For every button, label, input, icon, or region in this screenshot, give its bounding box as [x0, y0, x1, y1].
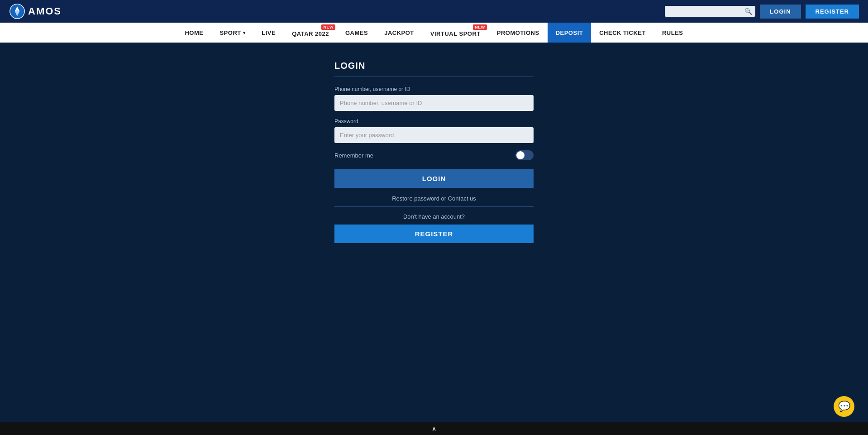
register-button[interactable]: REGISTER	[334, 225, 534, 243]
navigation: HOME SPORT ▾ LIVE NEW QATAR 2022 GAMES J…	[0, 23, 868, 43]
chat-icon: 💬	[838, 401, 850, 412]
nav-item-games[interactable]: GAMES	[337, 23, 376, 43]
header-right: 🔍 LOGIN REGISTER	[665, 5, 859, 19]
no-account-text: Don't have an account?	[334, 213, 534, 220]
header-register-button[interactable]: REGISTER	[806, 5, 859, 19]
login-form-container: LOGIN Phone number, username or ID Passw…	[334, 61, 534, 243]
logo-icon	[9, 3, 25, 19]
footer: ∧	[0, 422, 868, 435]
nav-item-check-ticket[interactable]: CHECK TICKET	[591, 23, 654, 43]
nav-label-games: GAMES	[345, 29, 368, 36]
search-button[interactable]: 🔍	[744, 8, 752, 15]
header-login-button[interactable]: LOGIN	[760, 5, 801, 19]
nav-item-rules[interactable]: RULES	[654, 23, 692, 43]
remember-me-row: Remember me	[334, 150, 534, 160]
password-label: Password	[334, 118, 534, 124]
nav-item-qatar[interactable]: NEW QATAR 2022	[284, 23, 337, 43]
nav-item-home[interactable]: HOME	[176, 23, 211, 43]
scroll-up-icon[interactable]: ∧	[432, 425, 436, 432]
username-label: Phone number, username or ID	[334, 86, 534, 92]
chevron-down-icon: ▾	[243, 30, 246, 35]
new-badge-qatar: NEW	[321, 24, 335, 30]
nav-item-sport[interactable]: SPORT ▾	[211, 23, 253, 43]
restore-password-link[interactable]: Restore password or Contact us	[334, 195, 534, 202]
login-button[interactable]: LOGIN	[334, 169, 534, 188]
toggle-knob	[516, 151, 525, 159]
nav-label-live: LIVE	[262, 29, 276, 36]
remember-me-toggle[interactable]	[515, 150, 534, 160]
nav-label-home: HOME	[185, 29, 203, 36]
nav-label-check-ticket: CHECK TICKET	[599, 29, 646, 36]
nav-label-virtual-sport: VIRTUAL SPORT	[430, 30, 481, 37]
remember-me-label: Remember me	[334, 152, 373, 159]
login-title: LOGIN	[334, 61, 534, 71]
search-bar: 🔍	[665, 6, 755, 17]
logo-text: AMOS	[28, 5, 62, 17]
nav-label-rules: RULES	[662, 29, 683, 36]
search-input[interactable]	[668, 8, 744, 15]
password-input[interactable]	[334, 127, 534, 143]
nav-label-jackpot: JACKPOT	[384, 29, 414, 36]
new-badge-virtual: NEW	[473, 24, 487, 30]
nav-item-virtual-sport[interactable]: NEW VIRTUAL SPORT	[422, 23, 489, 43]
bottom-divider	[334, 206, 534, 207]
nav-item-promotions[interactable]: PROMOTIONS	[489, 23, 548, 43]
header: AMOS 🔍 LOGIN REGISTER	[0, 0, 868, 23]
nav-item-jackpot[interactable]: JACKPOT	[376, 23, 422, 43]
main-content: LOGIN Phone number, username or ID Passw…	[0, 43, 868, 359]
nav-item-live[interactable]: LIVE	[253, 23, 284, 43]
nav-label-sport: SPORT	[219, 29, 241, 36]
chat-bubble[interactable]: 💬	[834, 396, 854, 417]
nav-label-promotions: PROMOTIONS	[497, 29, 539, 36]
logo: AMOS	[9, 3, 62, 19]
top-divider	[334, 76, 534, 77]
nav-label-qatar: QATAR 2022	[292, 30, 329, 37]
username-input[interactable]	[334, 95, 534, 111]
nav-label-deposit: DEPOSIT	[556, 29, 583, 36]
nav-item-deposit[interactable]: DEPOSIT	[548, 23, 591, 43]
